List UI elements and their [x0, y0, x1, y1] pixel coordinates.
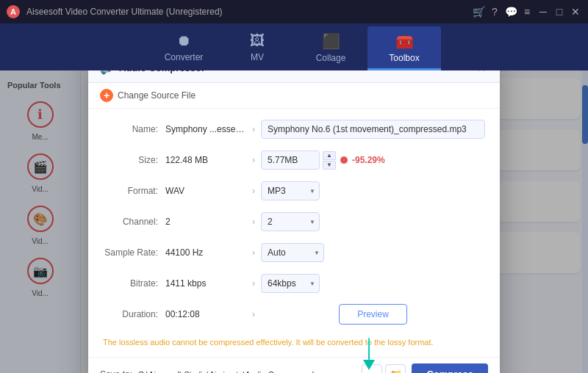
modal-close-button[interactable]: ✕	[473, 70, 488, 75]
close-window-icon[interactable]: ✕	[569, 5, 582, 18]
compress-button[interactable]: Compress	[412, 363, 488, 373]
form-row-duration: Duration: 00:12:08 › Preview	[103, 303, 485, 326]
app-logo: A	[6, 4, 21, 19]
sample-rate-arrow-icon: ›	[252, 247, 255, 258]
bitrate-arrow-icon: ›	[252, 278, 255, 289]
duration-target: Preview	[261, 304, 485, 325]
tab-toolbox[interactable]: 🧰 Toolbox	[368, 26, 441, 70]
spin-up[interactable]: ▲	[323, 151, 336, 160]
channel-target: 2 1 Auto	[261, 212, 485, 231]
main-area: Popular Tools ℹ Me... 🎬 Vid... 🎨 Vid... …	[0, 70, 588, 373]
form-row-sample-rate: Sample Rate: 44100 Hz › Auto 44100 Hz 22…	[103, 241, 485, 264]
modal-header: 🔊 Audio Compressor ✕	[88, 70, 500, 83]
modal-overlay: 🔊 Audio Compressor ✕ + Change Source Fil…	[0, 70, 588, 373]
sample-rate-select-wrapper: Auto 44100 Hz 22050 Hz 16000 Hz	[261, 243, 324, 262]
size-arrow-icon: ›	[252, 155, 255, 165]
converter-icon: ⏺	[176, 32, 191, 49]
name-target-input[interactable]: Symphony No.6 (1st movement)_compressed.…	[261, 120, 485, 139]
name-source-value: Symphony ...essed.wav	[165, 124, 246, 134]
bitrate-select[interactable]: 64kbps 128kbps 192kbps 256kbps 320kbps	[261, 274, 320, 293]
toolbox-icon: 🧰	[395, 32, 414, 50]
sample-rate-label: Sample Rate:	[103, 247, 165, 258]
title-bar: A Aiseesoft Video Converter Ultimate (Un…	[0, 0, 588, 23]
format-source-value: WAV	[165, 186, 246, 196]
size-target: ▲ ▼ -95.29%	[261, 151, 485, 170]
modal-body: Name: Symphony ...essed.wav › Symphony N…	[88, 109, 500, 357]
sample-rate-source-value: 44100 Hz	[165, 247, 246, 258]
spin-down[interactable]: ▼	[323, 161, 336, 170]
tab-mv[interactable]: 🖼 MV	[220, 26, 294, 70]
name-label: Name:	[103, 124, 165, 134]
format-arrow-icon: ›	[252, 186, 255, 196]
collage-icon: ⬛	[322, 32, 340, 50]
duration-arrow-icon: ›	[252, 309, 255, 319]
message-icon[interactable]: 💬	[504, 5, 517, 18]
plus-icon: +	[100, 89, 113, 102]
channel-source-value: 2	[165, 217, 246, 227]
form-row-size: Size: 122.48 MB › ▲ ▼ -95.29%	[103, 148, 485, 172]
tab-converter[interactable]: ⏺ Converter	[147, 26, 220, 70]
bitrate-select-wrapper: 64kbps 128kbps 192kbps 256kbps 320kbps	[261, 274, 320, 293]
bitrate-source-value: 1411 kbps	[165, 278, 246, 289]
save-to-label: Save to:	[100, 369, 132, 374]
app-title: Aiseesoft Video Converter Ultimate (Unre…	[26, 7, 472, 17]
converter-tab-label: Converter	[165, 52, 204, 62]
size-source-value: 122.48 MB	[165, 155, 246, 165]
channel-arrow-icon: ›	[252, 217, 255, 227]
size-dot-indicator	[340, 156, 348, 164]
format-label: Format:	[103, 186, 165, 196]
name-arrow-icon: ›	[252, 124, 255, 134]
cursor-line	[368, 338, 370, 360]
format-select[interactable]: MP3 AAC OGG FLAC	[261, 181, 320, 200]
name-target: Symphony No.6 (1st movement)_compressed.…	[261, 120, 485, 139]
format-select-wrapper: MP3 AAC OGG FLAC	[261, 181, 320, 200]
bitrate-label: Bitrate:	[103, 278, 165, 289]
form-row-channel: Channel: 2 › 2 1 Auto	[103, 210, 485, 233]
size-input-group: ▲ ▼	[261, 151, 336, 170]
channel-select-wrapper: 2 1 Auto	[261, 212, 320, 231]
tab-collage[interactable]: ⬛ Collage	[294, 26, 368, 70]
save-path: C:\Aiseesoft Studio\Ai...imate\Audio Com…	[138, 370, 356, 374]
arrow-cursor	[363, 338, 375, 370]
sample-rate-select[interactable]: Auto 44100 Hz 22050 Hz 16000 Hz	[261, 243, 324, 262]
bitrate-target: 64kbps 128kbps 192kbps 256kbps 320kbps	[261, 274, 485, 293]
form-row-format: Format: WAV › MP3 AAC OGG FLAC	[103, 179, 485, 203]
mv-icon: 🖼	[250, 32, 265, 49]
form-row-bitrate: Bitrate: 1411 kbps › 64kbps 128kbps 192k…	[103, 272, 485, 295]
format-target: MP3 AAC OGG FLAC	[261, 181, 485, 200]
size-spinner: ▲ ▼	[323, 151, 336, 170]
size-input[interactable]	[261, 151, 320, 170]
minimize-icon[interactable]: ─	[537, 5, 550, 18]
sample-rate-target: Auto 44100 Hz 22050 Hz 16000 Hz	[261, 243, 485, 262]
menu-icon[interactable]: ≡	[520, 5, 534, 18]
change-source-button[interactable]: + Change Source File	[88, 83, 500, 109]
toolbox-tab-label: Toolbox	[389, 53, 419, 63]
nav-tabs: ⏺ Converter 🖼 MV ⬛ Collage 🧰 Toolbox	[0, 23, 588, 70]
modal-title: 🔊 Audio Compressor	[100, 70, 205, 75]
size-reduction: -95.29%	[352, 155, 385, 165]
svg-text:A: A	[10, 7, 16, 16]
warning-text: The lossless audio cannot be compressed …	[103, 333, 485, 348]
audio-compressor-modal: 🔊 Audio Compressor ✕ + Change Source Fil…	[88, 70, 500, 373]
size-label: Size:	[103, 155, 165, 165]
cursor-arrow	[363, 360, 375, 370]
form-row-name: Name: Symphony ...essed.wav › Symphony N…	[103, 117, 485, 141]
folder-button[interactable]: 📁	[385, 364, 406, 374]
duration-label: Duration:	[103, 309, 165, 319]
maximize-icon[interactable]: □	[553, 5, 566, 18]
preview-button[interactable]: Preview	[339, 304, 407, 325]
channel-label: Channel:	[103, 217, 165, 227]
cart-icon[interactable]: 🛒	[472, 5, 485, 18]
channel-select[interactable]: 2 1 Auto	[261, 212, 320, 231]
modal-footer: Save to: C:\Aiseesoft Studio\Ai...imate\…	[88, 357, 500, 373]
window-controls: 🛒 ? 💬 ≡ ─ □ ✕	[472, 5, 582, 18]
collage-tab-label: Collage	[316, 53, 346, 63]
change-source-label: Change Source File	[118, 90, 196, 101]
mv-tab-label: MV	[251, 52, 264, 62]
duration-source-value: 00:12:08	[165, 309, 246, 319]
help-icon[interactable]: ?	[488, 5, 501, 18]
audio-icon: 🔊	[100, 70, 115, 75]
